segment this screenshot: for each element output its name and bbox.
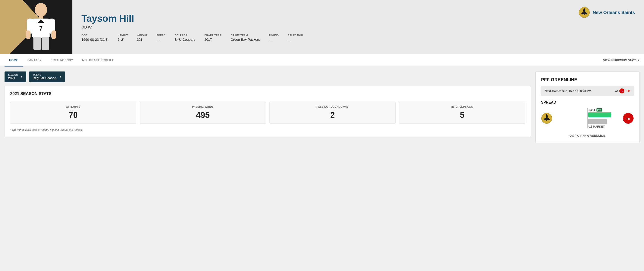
greenline-cta: GO TO PFF GREENLINE xyxy=(541,134,634,137)
svg-rect-24 xyxy=(546,120,547,121)
stats-note: * QB with at least 20% of league-highest… xyxy=(10,128,525,132)
go-to-greenline-button[interactable]: GO TO PFF GREENLINE xyxy=(570,134,606,137)
meta-college: COLLEGE BYU Cougars xyxy=(174,34,195,42)
next-game-bar: Next Game: Sun, Dec 19, 8:20 PM at TB TB xyxy=(541,86,634,96)
weight-label: WEIGHT xyxy=(137,34,148,37)
attempts-value: 70 xyxy=(14,110,132,120)
bar-gray xyxy=(588,119,607,124)
attempts-label: ATTEMPTS xyxy=(14,106,132,108)
greenline-title: PFF GREENLINE xyxy=(541,77,634,82)
meta-round: ROUND — xyxy=(269,34,279,42)
nav-tabs: HOME FANTASY FREE AGENCY NFL DRAFT PROFI… xyxy=(4,54,118,66)
nav-bar: HOME FANTASY FREE AGENCY NFL DRAFT PROFI… xyxy=(0,54,644,67)
spread-divider xyxy=(588,108,588,128)
player-position: QB #7 xyxy=(82,25,635,30)
draft-year-value: 2017 xyxy=(204,38,222,42)
saints-logo xyxy=(578,7,590,18)
selection-value: — xyxy=(288,38,303,42)
tab-fantasy[interactable]: FANTASY xyxy=(23,54,46,66)
svg-rect-7 xyxy=(51,30,56,39)
right-panel: PFF GREENLINE Next Game: Sun, Dec 19, 8:… xyxy=(536,72,640,143)
market-value: -11 MARKET xyxy=(588,125,619,128)
meta-dob: DOB 1990-08-23 (31.3) xyxy=(82,34,108,42)
speed-label: SPEED xyxy=(156,34,166,37)
spread-section: SPREAD xyxy=(541,100,634,128)
tab-home[interactable]: HOME xyxy=(4,54,23,66)
season-chevron-icon: ▼ xyxy=(20,76,23,78)
tb-spread-logo: TB xyxy=(622,113,634,124)
draft-team-value: Green Bay Packers xyxy=(230,38,260,42)
svg-rect-6 xyxy=(26,30,30,39)
filters-bar: SEASON 2021 ▼ WEEKS Regular Season ▼ xyxy=(4,72,531,82)
meta-speed: SPEED — xyxy=(156,34,166,42)
svg-point-0 xyxy=(35,3,47,17)
meta-height: HEIGHT 6' 2" xyxy=(118,34,128,42)
meta-selection: SELECTION — xyxy=(288,34,303,42)
stat-attempts: ATTEMPTS 70 xyxy=(10,102,136,124)
player-meta: DOB 1990-08-23 (31.3) HEIGHT 6' 2" WEIGH… xyxy=(82,34,635,42)
next-game-prefix: Next Game: xyxy=(545,89,561,93)
opponent-tag: at TB TB xyxy=(615,88,630,94)
stats-grid: ATTEMPTS 70 PASSING YARDS 495 PASSING TO… xyxy=(10,102,525,124)
opponent-code: TB xyxy=(626,89,630,93)
svg-rect-9 xyxy=(42,37,49,50)
weeks-dropdown[interactable]: WEEKS Regular Season ▼ xyxy=(29,72,65,82)
svg-text:TB: TB xyxy=(621,90,623,92)
view-premium-link[interactable]: VIEW IN PREMIUM STATS ↗ xyxy=(603,59,640,62)
player-photo-area: 7 xyxy=(0,0,72,54)
tab-free-agency[interactable]: FREE AGENCY xyxy=(46,54,78,66)
team-info: New Orleans Saints xyxy=(578,7,635,18)
season-dropdown[interactable]: SEASON 2021 ▼ xyxy=(4,72,26,82)
stats-card: 2021 SEASON STATS ATTEMPTS 70 PASSING YA… xyxy=(4,86,531,137)
tab-nfl-draft[interactable]: NFL DRAFT PROFILE xyxy=(78,54,118,66)
passing-yards-value: 495 xyxy=(144,110,262,120)
weight-value: 221 xyxy=(137,38,148,42)
player-info: Taysom Hill QB #7 DOB 1990-08-23 (31.3) … xyxy=(72,6,644,48)
dob-value: 1990-08-23 (31.3) xyxy=(82,38,108,42)
spread-visual: -10.4 PFF -11 MARKET xyxy=(541,108,634,128)
height-label: HEIGHT xyxy=(118,34,128,37)
left-panel: SEASON 2021 ▼ WEEKS Regular Season ▼ 202… xyxy=(4,72,531,143)
college-label: COLLEGE xyxy=(174,34,195,37)
svg-rect-8 xyxy=(33,37,41,50)
meta-draft-year: DRAFT YEAR 2017 xyxy=(204,34,222,42)
stat-passing-yards: PASSING YARDS 495 xyxy=(140,102,266,124)
season-label: SEASON xyxy=(8,74,18,76)
tb-logo-small: TB xyxy=(619,88,624,94)
round-value: — xyxy=(269,38,279,42)
round-label: ROUND xyxy=(269,34,279,37)
weeks-label: WEEKS xyxy=(32,74,56,76)
draft-team-label: DRAFT TEAM xyxy=(230,34,260,37)
main-content: SEASON 2021 ▼ WEEKS Regular Season ▼ 202… xyxy=(0,67,644,148)
passing-tds-value: 2 xyxy=(273,110,392,120)
next-game-date: Sun, Dec 19, 8:20 PM xyxy=(562,89,591,93)
meta-weight: WEIGHT 221 xyxy=(137,34,148,42)
pff-badge: PFF xyxy=(596,108,602,112)
speed-value: — xyxy=(156,38,166,42)
weeks-chevron-icon: ▼ xyxy=(59,76,62,78)
stat-passing-tds: PASSING TOUCHDOWNS 2 xyxy=(270,102,396,124)
next-game-text: Next Game: Sun, Dec 19, 8:20 PM xyxy=(545,89,591,93)
player-header: 7 Taysom Hill QB #7 DOB 1990-08-23 (31.3… xyxy=(0,0,644,54)
svg-text:7: 7 xyxy=(39,25,43,32)
meta-draft-team: DRAFT TEAM Green Bay Packers xyxy=(230,34,260,42)
spread-bars-container: -10.4 PFF -11 MARKET xyxy=(556,108,619,128)
svg-text:TB: TB xyxy=(626,117,630,120)
player-photo: 7 xyxy=(0,0,72,54)
stats-title: 2021 SEASON STATS xyxy=(10,92,525,96)
player-silhouette: 7 xyxy=(17,2,65,54)
spread-label: SPREAD xyxy=(541,100,634,104)
height-value: 6' 2" xyxy=(118,38,128,42)
interceptions-value: 5 xyxy=(403,110,521,120)
passing-yards-label: PASSING YARDS xyxy=(144,106,262,108)
dob-label: DOB xyxy=(82,34,108,37)
at-label: at xyxy=(615,89,618,93)
team-name: New Orleans Saints xyxy=(593,10,635,15)
player-name: Taysom Hill xyxy=(82,13,635,24)
college-value: BYU Cougars xyxy=(174,38,195,42)
draft-year-label: DRAFT YEAR xyxy=(204,34,222,37)
spread-pff-value: -10.4 PFF xyxy=(588,108,619,112)
passing-tds-label: PASSING TOUCHDOWNS xyxy=(273,106,392,108)
season-value: 2021 xyxy=(8,76,18,80)
stat-interceptions: INTERCEPTIONS 5 xyxy=(399,102,525,124)
